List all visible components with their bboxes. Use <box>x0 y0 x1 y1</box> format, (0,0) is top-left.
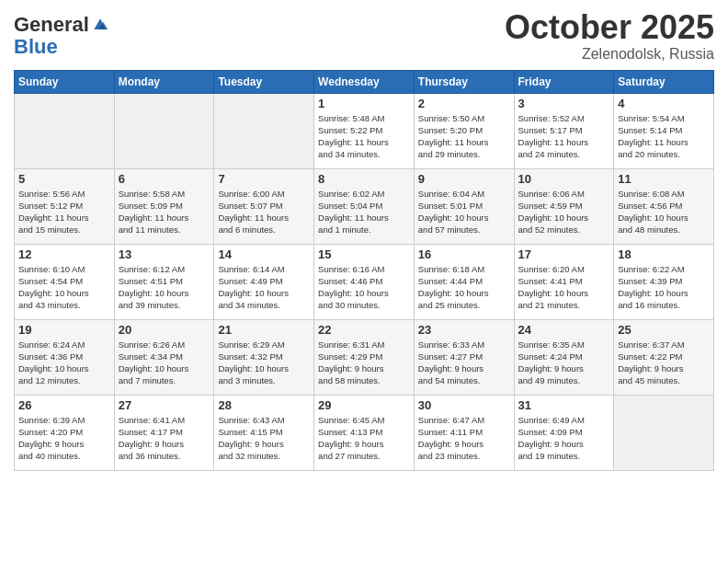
calendar-cell: 8Sunrise: 6:02 AM Sunset: 5:04 PM Daylig… <box>314 168 415 244</box>
day-number: 1 <box>318 97 410 110</box>
day-number: 16 <box>418 247 510 261</box>
day-info: Sunrise: 6:10 AM Sunset: 4:54 PM Dayligh… <box>18 263 110 312</box>
calendar-cell: 30Sunrise: 6:47 AM Sunset: 4:11 PM Dayli… <box>414 395 514 470</box>
day-number: 19 <box>18 323 110 337</box>
day-info: Sunrise: 6:39 AM Sunset: 4:20 PM Dayligh… <box>18 414 110 463</box>
day-number: 31 <box>518 398 610 412</box>
day-number: 12 <box>18 247 110 261</box>
day-number: 20 <box>119 323 210 337</box>
day-info: Sunrise: 6:18 AM Sunset: 4:44 PM Dayligh… <box>418 263 510 312</box>
calendar-cell: 21Sunrise: 6:29 AM Sunset: 4:32 PM Dayli… <box>214 319 314 395</box>
week-row-4: 26Sunrise: 6:39 AM Sunset: 4:20 PM Dayli… <box>15 395 714 470</box>
day-number: 15 <box>318 247 410 261</box>
day-info: Sunrise: 6:35 AM Sunset: 4:24 PM Dayligh… <box>518 339 610 387</box>
col-tuesday: Tuesday <box>214 70 314 93</box>
calendar-table: Sunday Monday Tuesday Wednesday Thursday… <box>14 70 714 471</box>
logo-general: General <box>14 14 89 36</box>
day-info: Sunrise: 5:48 AM Sunset: 5:22 PM Dayligh… <box>318 112 410 161</box>
day-info: Sunrise: 5:50 AM Sunset: 5:20 PM Dayligh… <box>418 112 510 161</box>
header-row: Sunday Monday Tuesday Wednesday Thursday… <box>15 70 714 93</box>
calendar-cell: 12Sunrise: 6:10 AM Sunset: 4:54 PM Dayli… <box>15 244 115 319</box>
day-number: 17 <box>518 247 610 261</box>
day-info: Sunrise: 6:02 AM Sunset: 5:04 PM Dayligh… <box>318 188 410 236</box>
day-number: 5 <box>18 172 110 186</box>
day-number: 26 <box>18 398 110 412</box>
day-number: 28 <box>218 398 310 412</box>
day-number: 30 <box>418 398 510 412</box>
day-info: Sunrise: 5:56 AM Sunset: 5:12 PM Dayligh… <box>18 188 110 236</box>
day-number: 6 <box>119 172 210 186</box>
calendar-cell: 10Sunrise: 6:06 AM Sunset: 4:59 PM Dayli… <box>514 168 614 244</box>
calendar-cell: 17Sunrise: 6:20 AM Sunset: 4:41 PM Dayli… <box>514 244 614 319</box>
day-info: Sunrise: 5:58 AM Sunset: 5:09 PM Dayligh… <box>119 188 210 236</box>
calendar-cell: 23Sunrise: 6:33 AM Sunset: 4:27 PM Dayli… <box>414 319 514 395</box>
calendar-cell: 14Sunrise: 6:14 AM Sunset: 4:49 PM Dayli… <box>214 244 314 319</box>
day-info: Sunrise: 6:14 AM Sunset: 4:49 PM Dayligh… <box>218 263 310 312</box>
calendar-cell: 24Sunrise: 6:35 AM Sunset: 4:24 PM Dayli… <box>514 319 614 395</box>
day-number: 29 <box>318 398 410 412</box>
calendar-cell: 22Sunrise: 6:31 AM Sunset: 4:29 PM Dayli… <box>314 319 415 395</box>
day-info: Sunrise: 6:08 AM Sunset: 4:56 PM Dayligh… <box>618 188 710 236</box>
day-info: Sunrise: 6:29 AM Sunset: 4:32 PM Dayligh… <box>218 339 310 387</box>
day-number: 8 <box>318 172 410 186</box>
location: Zelenodolsk, Russia <box>505 46 714 63</box>
col-saturday: Saturday <box>614 70 714 93</box>
day-info: Sunrise: 6:12 AM Sunset: 4:51 PM Dayligh… <box>119 263 210 312</box>
title-block: October 2025 Zelenodolsk, Russia <box>505 9 714 63</box>
calendar-cell: 7Sunrise: 6:00 AM Sunset: 5:07 PM Daylig… <box>214 168 314 244</box>
week-row-1: 5Sunrise: 5:56 AM Sunset: 5:12 PM Daylig… <box>15 168 714 244</box>
calendar-cell: 9Sunrise: 6:04 AM Sunset: 5:01 PM Daylig… <box>414 168 514 244</box>
calendar-cell: 2Sunrise: 5:50 AM Sunset: 5:20 PM Daylig… <box>414 93 514 168</box>
calendar-cell: 5Sunrise: 5:56 AM Sunset: 5:12 PM Daylig… <box>15 168 115 244</box>
day-number: 2 <box>418 97 510 110</box>
day-info: Sunrise: 6:31 AM Sunset: 4:29 PM Dayligh… <box>318 339 410 387</box>
day-number: 13 <box>119 247 210 261</box>
calendar-cell: 28Sunrise: 6:43 AM Sunset: 4:15 PM Dayli… <box>214 395 314 470</box>
day-info: Sunrise: 5:52 AM Sunset: 5:17 PM Dayligh… <box>518 112 610 161</box>
day-number: 25 <box>618 323 710 337</box>
main-container: General Blue October 2025 Zelenodolsk, R… <box>0 0 728 476</box>
day-info: Sunrise: 6:06 AM Sunset: 4:59 PM Dayligh… <box>518 188 610 236</box>
week-row-0: 1Sunrise: 5:48 AM Sunset: 5:22 PM Daylig… <box>15 93 714 168</box>
calendar-cell: 3Sunrise: 5:52 AM Sunset: 5:17 PM Daylig… <box>514 93 614 168</box>
day-number: 22 <box>318 323 410 337</box>
calendar-cell: 16Sunrise: 6:18 AM Sunset: 4:44 PM Dayli… <box>414 244 514 319</box>
day-info: Sunrise: 6:37 AM Sunset: 4:22 PM Dayligh… <box>618 339 710 387</box>
day-info: Sunrise: 5:54 AM Sunset: 5:14 PM Dayligh… <box>618 112 710 161</box>
day-info: Sunrise: 6:00 AM Sunset: 5:07 PM Dayligh… <box>218 188 310 236</box>
day-number: 21 <box>218 323 310 337</box>
calendar-cell <box>15 93 115 168</box>
month-title: October 2025 <box>505 9 714 46</box>
calendar-cell: 31Sunrise: 6:49 AM Sunset: 4:09 PM Dayli… <box>514 395 614 470</box>
col-sunday: Sunday <box>15 70 115 93</box>
logo-blue: Blue <box>14 35 58 58</box>
day-number: 18 <box>618 247 710 261</box>
day-info: Sunrise: 6:26 AM Sunset: 4:34 PM Dayligh… <box>119 339 210 387</box>
col-wednesday: Wednesday <box>314 70 415 93</box>
day-info: Sunrise: 6:04 AM Sunset: 5:01 PM Dayligh… <box>418 188 510 236</box>
calendar-cell <box>214 93 314 168</box>
calendar-cell: 13Sunrise: 6:12 AM Sunset: 4:51 PM Dayli… <box>114 244 214 319</box>
calendar-cell: 29Sunrise: 6:45 AM Sunset: 4:13 PM Dayli… <box>314 395 415 470</box>
day-number: 27 <box>119 398 210 412</box>
col-monday: Monday <box>114 70 214 93</box>
week-row-3: 19Sunrise: 6:24 AM Sunset: 4:36 PM Dayli… <box>15 319 714 395</box>
calendar-cell <box>614 395 714 470</box>
day-info: Sunrise: 6:16 AM Sunset: 4:46 PM Dayligh… <box>318 263 410 312</box>
col-thursday: Thursday <box>414 70 514 93</box>
calendar-cell: 15Sunrise: 6:16 AM Sunset: 4:46 PM Dayli… <box>314 244 415 319</box>
calendar-cell: 25Sunrise: 6:37 AM Sunset: 4:22 PM Dayli… <box>614 319 714 395</box>
day-info: Sunrise: 6:49 AM Sunset: 4:09 PM Dayligh… <box>518 414 610 463</box>
header: General Blue October 2025 Zelenodolsk, R… <box>14 9 714 63</box>
calendar-cell: 26Sunrise: 6:39 AM Sunset: 4:20 PM Dayli… <box>15 395 115 470</box>
day-number: 3 <box>518 97 610 110</box>
calendar-cell: 11Sunrise: 6:08 AM Sunset: 4:56 PM Dayli… <box>614 168 714 244</box>
calendar-cell: 6Sunrise: 5:58 AM Sunset: 5:09 PM Daylig… <box>114 168 214 244</box>
calendar-cell <box>114 93 214 168</box>
calendar-cell: 18Sunrise: 6:22 AM Sunset: 4:39 PM Dayli… <box>614 244 714 319</box>
calendar-cell: 20Sunrise: 6:26 AM Sunset: 4:34 PM Dayli… <box>114 319 214 395</box>
day-info: Sunrise: 6:24 AM Sunset: 4:36 PM Dayligh… <box>18 339 110 387</box>
calendar-cell: 4Sunrise: 5:54 AM Sunset: 5:14 PM Daylig… <box>614 93 714 168</box>
day-info: Sunrise: 6:47 AM Sunset: 4:11 PM Dayligh… <box>418 414 510 463</box>
day-number: 7 <box>218 172 310 186</box>
